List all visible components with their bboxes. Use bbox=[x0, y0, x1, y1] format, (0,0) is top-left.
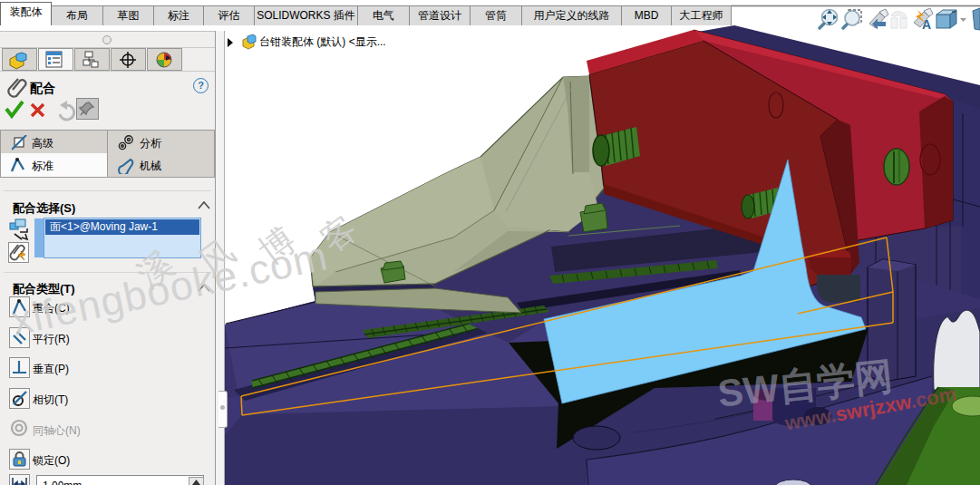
svg-text:台钳装配体 (默认) <显示...: 台钳装配体 (默认) <显示... bbox=[259, 35, 386, 48]
